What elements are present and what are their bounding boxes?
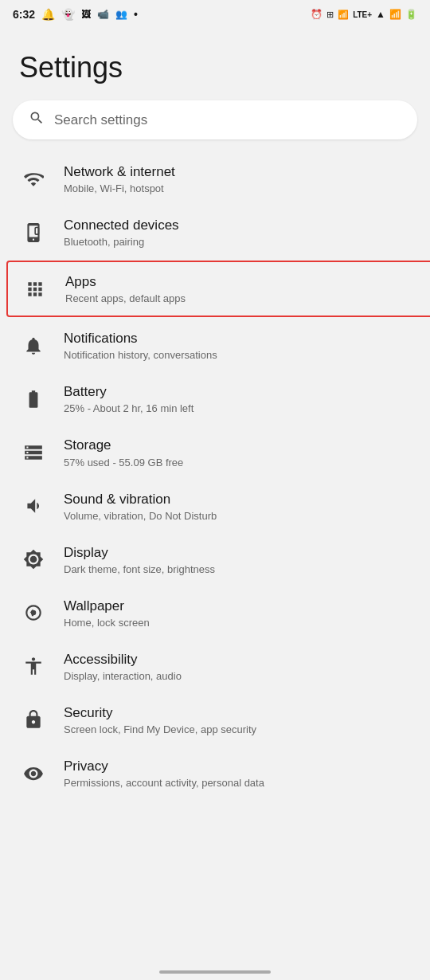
ghost-icon: 👻 [61,8,75,21]
settings-item-network[interactable]: Network & internet Mobile, Wi-Fi, hotspo… [0,152,430,206]
settings-item-notifications[interactable]: Notifications Notification history, conv… [0,319,430,372]
wallpaper-icon [19,598,48,627]
security-subtitle: Screen lock, Find My Device, app securit… [64,723,256,735]
search-icon [29,110,45,130]
status-bar: 6:32 🔔 👻 🖼 📹 👥 • ⏰ ⊞ 📶 LTE+ ▲ 📶 🔋 [0,0,430,25]
settings-item-storage[interactable]: Storage 57% used - 55.09 GB free [0,425,430,479]
settings-list: Network & internet Mobile, Wi-Fi, hotspo… [0,152,430,832]
network-subtitle: Mobile, Wi-Fi, hotspot [64,182,175,194]
apps-subtitle: Recent apps, default apps [65,292,186,304]
battery-title: Battery [64,383,194,401]
image-icon: 🖼 [81,9,91,20]
display-subtitle: Dark theme, font size, brightness [64,563,215,575]
battery-subtitle: 25% - About 2 hr, 16 min left [64,402,194,414]
privacy-title: Privacy [64,758,264,775]
settings-item-privacy[interactable]: Privacy Permissions, account activity, p… [0,747,430,800]
status-left: 6:32 🔔 👻 🖼 📹 👥 • [13,8,138,21]
network-text: Network & internet Mobile, Wi-Fi, hotspo… [64,163,175,194]
signal-icon: ▲ [376,9,385,20]
settings-item-battery[interactable]: Battery 25% - About 2 hr, 16 min left [0,372,430,425]
svg-rect-0 [35,227,38,234]
connected-devices-subtitle: Bluetooth, pairing [64,236,179,248]
nav-handle [159,970,271,974]
bell-icon: 🔔 [41,8,55,21]
notifications-subtitle: Notification history, conversations [64,349,217,361]
battery-text: Battery 25% - About 2 hr, 16 min left [64,383,194,414]
notifications-title: Notifications [64,330,217,347]
accessibility-text: Accessibility Display, interaction, audi… [64,651,182,682]
connected-devices-title: Connected devices [64,217,179,234]
sound-icon [19,492,48,520]
search-container: Search settings [0,100,430,152]
accessibility-icon [19,652,48,680]
bottom-handle [0,964,430,980]
devices-icon [19,218,48,247]
notifications-text: Notifications Notification history, conv… [64,330,217,361]
dot-indicator: • [134,8,138,21]
connected-devices-text: Connected devices Bluetooth, pairing [64,217,179,248]
privacy-text: Privacy Permissions, account activity, p… [64,758,264,789]
privacy-icon [19,759,48,788]
status-right: ⏰ ⊞ 📶 LTE+ ▲ 📶 🔋 [311,9,417,20]
settings-item-display[interactable]: Display Dark theme, font size, brightnes… [0,533,430,586]
settings-item-apps[interactable]: Apps Recent apps, default apps [6,261,430,317]
settings-item-wallpaper[interactable]: Wallpaper Home, lock screen [0,586,430,640]
display-title: Display [64,544,215,562]
storage-text: Storage 57% used - 55.09 GB free [64,437,183,468]
security-text: Security Screen lock, Find My Device, ap… [64,704,256,735]
lte-icon: LTE+ [353,10,372,19]
storage-icon [19,438,48,467]
privacy-subtitle: Permissions, account activity, personal … [64,777,264,789]
wallpaper-subtitle: Home, lock screen [64,617,150,629]
wallpaper-text: Wallpaper Home, lock screen [64,598,150,629]
settings-item-security[interactable]: Security Screen lock, Find My Device, ap… [0,693,430,747]
battery-icon: 🔋 [405,9,417,20]
settings-item-connected-devices[interactable]: Connected devices Bluetooth, pairing [0,206,430,259]
display-text: Display Dark theme, font size, brightnes… [64,544,215,575]
alarm-icon: ⏰ [311,9,322,20]
wallpaper-title: Wallpaper [64,598,150,615]
signal-grid-icon: ⊞ [326,10,334,20]
apps-icon [21,275,49,304]
sound-subtitle: Volume, vibration, Do Not Disturb [64,510,217,522]
sound-text: Sound & vibration Volume, vibration, Do … [64,491,217,522]
storage-title: Storage [64,437,183,454]
apps-title: Apps [65,273,186,291]
sound-title: Sound & vibration [64,491,217,508]
accessibility-title: Accessibility [64,651,182,668]
settings-item-sound[interactable]: Sound & vibration Volume, vibration, Do … [0,480,430,533]
page-header: Settings [0,25,430,100]
wifi-call-icon: 📶 [338,10,349,20]
security-title: Security [64,704,256,722]
storage-subtitle: 57% used - 55.09 GB free [64,457,183,468]
status-time: 6:32 [13,8,35,21]
page-title: Settings [19,51,411,84]
network-title: Network & internet [64,163,175,181]
signal-bars-icon: 📶 [389,9,401,20]
svg-point-1 [31,610,37,616]
search-bar[interactable]: Search settings [13,100,417,139]
security-icon [19,705,48,734]
display-icon [19,545,48,574]
settings-item-accessibility[interactable]: Accessibility Display, interaction, audi… [0,640,430,693]
apps-text: Apps Recent apps, default apps [65,273,186,304]
battery-settings-icon [19,385,48,414]
video-icon: 📹 [97,9,109,20]
group-icon: 👥 [115,9,127,20]
search-placeholder: Search settings [54,112,147,128]
notifications-icon [19,331,48,360]
wifi-icon [19,165,48,194]
accessibility-subtitle: Display, interaction, audio [64,670,182,682]
